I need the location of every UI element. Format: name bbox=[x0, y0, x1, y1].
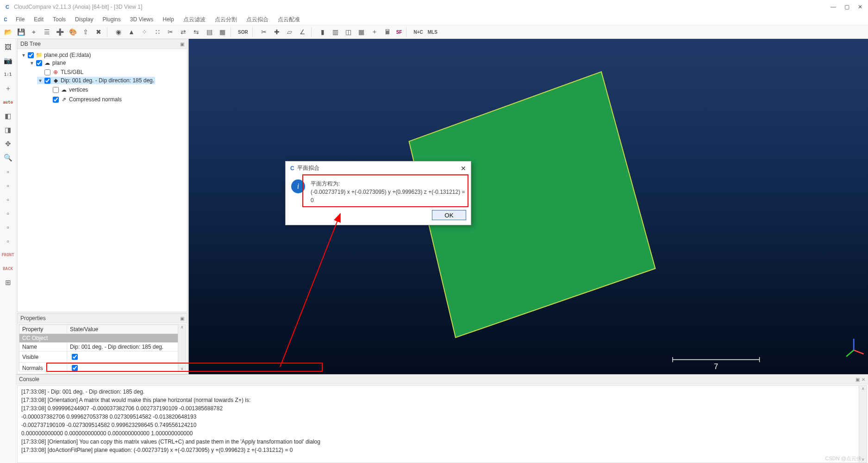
plus-icon[interactable]: ＋ bbox=[368, 26, 381, 37]
menu-help[interactable]: Help bbox=[159, 15, 178, 24]
menu-3d-views[interactable]: 3D Views bbox=[126, 15, 157, 24]
sample-points-icon[interactable]: ∷ bbox=[151, 26, 163, 37]
nc-icon[interactable]: N+C bbox=[412, 26, 425, 37]
cross-icon[interactable]: ✚ bbox=[271, 26, 283, 37]
open-file-icon[interactable]: 📂 bbox=[2, 26, 14, 37]
view-image-icon[interactable]: 🖼 bbox=[2, 41, 14, 53]
tree-check-tls[interactable] bbox=[44, 69, 50, 75]
tree-check-dip[interactable] bbox=[44, 78, 50, 84]
view-bottom-icon[interactable]: ▫ bbox=[2, 235, 14, 247]
segment-icon[interactable]: ✂ bbox=[164, 26, 176, 37]
mesh-icon[interactable]: ▲ bbox=[125, 26, 137, 37]
folder-icon: 📁 bbox=[36, 52, 42, 58]
view-left-icon[interactable]: ▫ bbox=[2, 193, 14, 205]
tree-check-normals[interactable] bbox=[53, 97, 59, 103]
view-cube-back-icon[interactable]: BACK bbox=[2, 263, 14, 275]
menu-plugins[interactable]: Plugins bbox=[99, 15, 124, 24]
target-icon: ⊕ bbox=[52, 69, 59, 75]
save-icon[interactable]: 💾 bbox=[15, 26, 27, 37]
window-maximize-icon[interactable]: ▢ bbox=[844, 4, 849, 10]
plus-small-icon[interactable]: ＋ bbox=[2, 82, 14, 94]
sor-icon[interactable]: SOR bbox=[236, 26, 250, 37]
dialog-ok-button[interactable]: OK bbox=[432, 210, 466, 220]
view-cube-front-icon[interactable]: FRONT bbox=[2, 249, 14, 261]
prop-normals-check[interactable] bbox=[72, 365, 78, 371]
export-icon[interactable]: ⇪ bbox=[80, 26, 92, 37]
point-picker-icon[interactable]: ⌖ bbox=[28, 26, 40, 37]
stats-icon[interactable]: ▥ bbox=[330, 26, 342, 37]
calc-icon[interactable]: 🖩 bbox=[381, 26, 393, 37]
tree-label[interactable]: Dip: 001 deg. - Dip direction: 185 deg. bbox=[61, 77, 154, 84]
menu-display[interactable]: Display bbox=[71, 15, 97, 24]
console-undock-icon[interactable]: ▣ bbox=[856, 377, 860, 382]
view-back-icon[interactable]: ▫ bbox=[2, 207, 14, 219]
viewport-3d[interactable]: 7 C 平面拟合 ✕ i 平面方程为: bbox=[188, 39, 868, 374]
clone-icon[interactable]: ◉ bbox=[112, 26, 125, 37]
rasterize-icon[interactable]: ▦ bbox=[216, 26, 228, 37]
window-close-icon[interactable]: ✕ bbox=[858, 4, 862, 10]
plane-icon[interactable]: ▱ bbox=[284, 26, 296, 37]
translate-icon[interactable]: ✥ bbox=[2, 138, 14, 150]
dialog-app-icon: C bbox=[290, 165, 294, 172]
properties-title: Properties bbox=[20, 315, 46, 321]
pcv-icon[interactable]: ✂ bbox=[258, 26, 270, 37]
one-to-one-icon[interactable]: 1:1 bbox=[2, 68, 14, 80]
menu-pc-register[interactable]: 点云配准 bbox=[274, 15, 304, 25]
db-tree-undock-icon[interactable]: ▣ bbox=[180, 42, 184, 47]
prop-visible-check[interactable] bbox=[72, 354, 78, 360]
delete-icon[interactable]: ✖ bbox=[93, 26, 105, 37]
tree-label[interactable]: Compressed normals bbox=[69, 96, 122, 103]
grid-icon[interactable]: ⊞ bbox=[2, 277, 14, 289]
align-icon[interactable]: ⇄ bbox=[177, 26, 189, 37]
menu-edit[interactable]: Edit bbox=[30, 15, 47, 24]
tree-collapse-icon[interactable]: ▼ bbox=[21, 53, 26, 58]
tree-collapse-icon[interactable]: ▼ bbox=[38, 78, 43, 83]
info-icon: i bbox=[291, 179, 305, 193]
scalar-icon[interactable]: ◫ bbox=[343, 26, 355, 37]
view-front-icon[interactable]: ▫ bbox=[2, 179, 14, 191]
colors-icon[interactable]: 🎨 bbox=[67, 26, 79, 37]
section-icon[interactable]: ▤ bbox=[203, 26, 215, 37]
console-body[interactable]: [17:33:08] - Dip: 001 deg. - Dip directi… bbox=[17, 385, 867, 463]
tree-label[interactable]: plane bbox=[52, 60, 66, 66]
console-line: -0.002737190109 -0.027309514582 0.999623… bbox=[21, 421, 863, 429]
tree-check-root[interactable] bbox=[28, 52, 34, 58]
prop-section: CC Object bbox=[19, 334, 186, 343]
view-right-icon[interactable]: ▫ bbox=[2, 221, 14, 233]
menu-pc-fit[interactable]: 点云拟合 bbox=[243, 15, 272, 25]
prop-header-value: State/Value bbox=[67, 325, 186, 334]
view-top-icon[interactable]: ▫ bbox=[2, 166, 14, 178]
sf-icon[interactable]: SF bbox=[394, 26, 404, 37]
menu-pc-filter[interactable]: 点云滤波 bbox=[180, 15, 209, 25]
console-close-icon[interactable]: ✕ bbox=[862, 377, 865, 382]
tree-label[interactable]: vertices bbox=[69, 86, 88, 93]
cube-iso-front-icon[interactable]: ◧ bbox=[2, 110, 14, 122]
menu-pc-segment[interactable]: 点云分割 bbox=[211, 15, 241, 25]
menu-file[interactable]: File bbox=[12, 15, 28, 24]
window-minimize-icon[interactable]: — bbox=[831, 4, 836, 10]
list-icon[interactable]: ☰ bbox=[41, 26, 53, 37]
auto-icon[interactable]: auto bbox=[2, 96, 14, 108]
mls-icon[interactable]: MLS bbox=[426, 26, 439, 37]
console-line: [17:33:08] 0.999996244907 -0.00003738270… bbox=[21, 404, 863, 413]
properties-scrollbar[interactable] bbox=[178, 325, 186, 371]
zoom-icon[interactable]: 🔍 bbox=[2, 152, 14, 164]
register-icon[interactable]: ⇆ bbox=[190, 26, 202, 37]
tree-collapse-icon[interactable]: ▼ bbox=[30, 61, 34, 66]
dialog-close-icon[interactable]: ✕ bbox=[461, 165, 466, 172]
cube-iso-right-icon[interactable]: ◨ bbox=[2, 124, 14, 136]
tree-label[interactable]: TLS/GBL bbox=[61, 69, 83, 75]
camera-icon[interactable]: 📷 bbox=[2, 55, 14, 67]
menu-tools[interactable]: Tools bbox=[49, 15, 69, 24]
subsample-icon[interactable]: ⁘ bbox=[138, 26, 150, 37]
tree-check-vertices[interactable] bbox=[53, 87, 59, 93]
ransac-icon[interactable]: ∠ bbox=[297, 26, 309, 37]
console-scrollbar[interactable] bbox=[859, 386, 867, 463]
tree-check-plane[interactable] bbox=[36, 60, 42, 66]
grid-icon[interactable]: ▦ bbox=[356, 26, 368, 37]
db-tree-body[interactable]: ▼ 📁 plane.pcd (E:/data) ▼ bbox=[18, 49, 187, 312]
add-entity-icon[interactable]: ➕ bbox=[54, 26, 66, 37]
histogram-icon[interactable]: ▮ bbox=[317, 26, 329, 37]
properties-undock-icon[interactable]: ▣ bbox=[180, 316, 184, 321]
tree-label[interactable]: plane.pcd (E:/data) bbox=[44, 52, 91, 58]
